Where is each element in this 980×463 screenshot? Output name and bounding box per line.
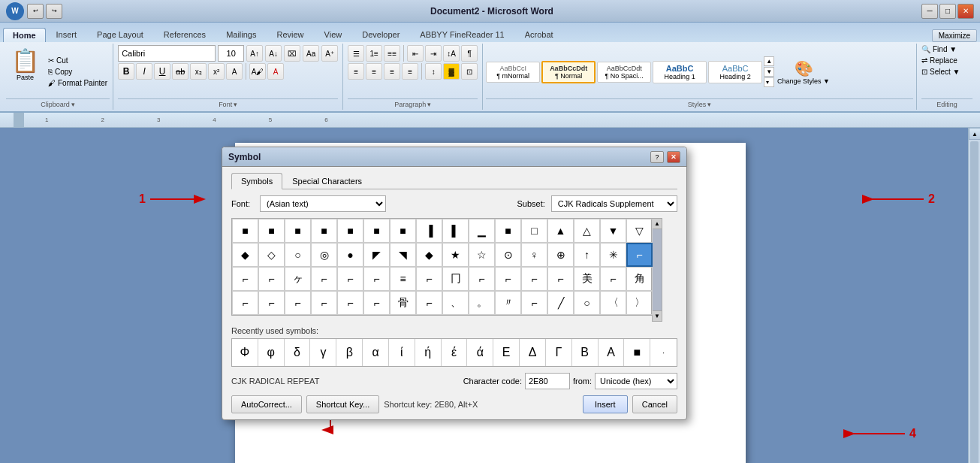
sym-18[interactable]: ○ (285, 243, 311, 267)
subset-select[interactable]: CJK Radicals Supplement (551, 195, 677, 212)
char-code-input[interactable] (525, 373, 570, 389)
dialog-close-btn[interactable]: ✕ (667, 151, 680, 163)
maximize-button-ribbon[interactable]: Maximize (932, 29, 977, 42)
tab-home[interactable]: Home (3, 28, 46, 42)
replace-button[interactable]: ⇌ Replace (921, 56, 972, 65)
italic-btn[interactable]: I (136, 63, 152, 80)
recent-4[interactable]: β (336, 339, 363, 366)
scroll-up-btn[interactable]: ▲ (969, 128, 980, 140)
sym-14[interactable]: ▼ (600, 219, 626, 243)
font-color-btn[interactable]: A (267, 63, 284, 80)
tab-references[interactable]: References (154, 27, 216, 42)
sym-58[interactable]: 〃 (495, 291, 521, 315)
sort-btn[interactable]: ↕A (443, 45, 460, 62)
sym-20[interactable]: ● (337, 243, 363, 267)
sym-59[interactable]: ⌐ (521, 291, 547, 315)
sym-11[interactable]: □ (521, 219, 547, 243)
sym-25[interactable]: ☆ (469, 243, 495, 267)
sym-63[interactable]: 〉 (626, 291, 653, 315)
recent-12[interactable]: Γ (546, 339, 572, 366)
recent-9[interactable]: ά (467, 339, 493, 366)
recent-6[interactable]: ί (389, 339, 415, 366)
sym-22[interactable]: ◥ (390, 243, 416, 267)
clear-format-btn[interactable]: ⌧ (284, 45, 300, 62)
sym-31-selected[interactable]: ⌐ (626, 243, 653, 267)
sym-60[interactable]: ╱ (547, 291, 574, 315)
sym-28[interactable]: ⊕ (547, 243, 574, 267)
align-left-btn[interactable]: ≡ (348, 63, 364, 80)
decrease-indent-btn[interactable]: ⇤ (407, 45, 424, 62)
sym-16[interactable]: ◆ (232, 243, 258, 267)
insert-button[interactable]: Insert (583, 395, 628, 413)
quick-access-undo[interactable]: ↩ (27, 4, 44, 19)
tab-view[interactable]: View (315, 27, 352, 42)
tab-developer[interactable]: Developer (352, 27, 409, 42)
dialog-help-btn[interactable]: ? (650, 151, 664, 163)
sym-33[interactable]: ⌐ (258, 267, 285, 291)
paragraph-expand-icon[interactable]: ▾ (427, 101, 431, 108)
sym-4[interactable]: ■ (337, 219, 363, 243)
decrease-font-btn[interactable]: A↓ (265, 45, 282, 62)
show-marks-btn[interactable]: ¶ (461, 45, 478, 62)
sym-30[interactable]: ✳ (600, 243, 626, 267)
clipboard-expand-icon[interactable]: ▾ (71, 101, 75, 108)
find-button[interactable]: 🔍 Find ▼ (921, 45, 972, 53)
sym-52[interactable]: ⌐ (337, 291, 363, 315)
minimize-button[interactable]: ─ (921, 4, 938, 19)
recent-14[interactable]: А (599, 339, 625, 366)
sym-50[interactable]: ⌐ (285, 291, 311, 315)
sym-37[interactable]: ⌐ (363, 267, 390, 291)
sym-61[interactable]: ○ (574, 291, 600, 315)
justify-btn[interactable]: ≡ (402, 63, 418, 80)
strikethrough-btn[interactable]: ab (172, 63, 188, 80)
sym-24[interactable]: ★ (442, 243, 469, 267)
superscript-btn[interactable]: x² (208, 63, 225, 80)
sym-45[interactable]: 美 (574, 267, 600, 291)
sym-40[interactable]: 冂 (442, 267, 469, 291)
recent-2[interactable]: δ (285, 339, 311, 366)
line-spacing-btn[interactable]: ↕ (425, 63, 442, 80)
tab-abbyy[interactable]: ABBYY FineReader 11 (410, 27, 514, 42)
sym-17[interactable]: ◇ (258, 243, 285, 267)
char-spacing-btn[interactable]: A⁺ (321, 45, 338, 62)
font-name-input[interactable] (118, 45, 216, 62)
borders-btn[interactable]: ⊡ (461, 63, 478, 80)
sym-43[interactable]: ⌐ (521, 267, 547, 291)
quick-access-redo[interactable]: ↪ (46, 4, 62, 19)
sym-53[interactable]: ⌐ (363, 291, 390, 315)
style-mnormal[interactable]: AaBbCcI ¶ mNormal (486, 62, 540, 83)
tab-special-chars[interactable]: Special Characters (282, 173, 372, 189)
increase-indent-btn[interactable]: ⇥ (425, 45, 442, 62)
sym-49[interactable]: ⌐ (258, 291, 285, 315)
tab-acrobat[interactable]: Acrobat (515, 27, 563, 42)
style-no-spacing[interactable]: AaBbCcDdt ¶ No Spaci... (597, 62, 651, 83)
sym-10[interactable]: ■ (495, 219, 521, 243)
numbering-btn[interactable]: 1≡ (366, 45, 382, 62)
align-right-btn[interactable]: ≡ (384, 63, 400, 80)
recent-8[interactable]: έ (442, 339, 468, 366)
sym-3[interactable]: ■ (311, 219, 337, 243)
text-effect-btn[interactable]: A (226, 63, 243, 80)
tab-insert[interactable]: Insert (47, 27, 87, 42)
bullets-btn[interactable]: ☰ (348, 45, 364, 62)
font-select[interactable]: (Asian text) (260, 195, 386, 212)
tab-page-layout[interactable]: Page Layout (87, 27, 153, 42)
highlight-btn[interactable]: A🖌 (249, 63, 266, 80)
sym-56[interactable]: 、 (442, 291, 469, 315)
vertical-scrollbar[interactable]: ▲ ▼ (968, 128, 980, 463)
from-select[interactable]: Unicode (hex) (595, 373, 677, 389)
font-expand-icon[interactable]: ▾ (234, 101, 237, 108)
sym-8[interactable]: ▌ (442, 219, 469, 243)
style-heading1[interactable]: AaBbC Heading 1 (653, 61, 707, 83)
sym-1[interactable]: ■ (258, 219, 285, 243)
sym-41[interactable]: ⌐ (469, 267, 495, 291)
bold-btn[interactable]: B (118, 63, 134, 80)
tab-review[interactable]: Review (267, 27, 313, 42)
paste-button[interactable]: 📋 Paste (6, 45, 44, 98)
sym-12[interactable]: ▲ (547, 219, 574, 243)
sym-51[interactable]: ⌐ (311, 291, 337, 315)
increase-font-btn[interactable]: A↑ (246, 45, 263, 62)
sym-42[interactable]: ⌐ (495, 267, 521, 291)
sym-21[interactable]: ◤ (363, 243, 390, 267)
grid-scroll-up[interactable]: ▲ (653, 219, 662, 229)
